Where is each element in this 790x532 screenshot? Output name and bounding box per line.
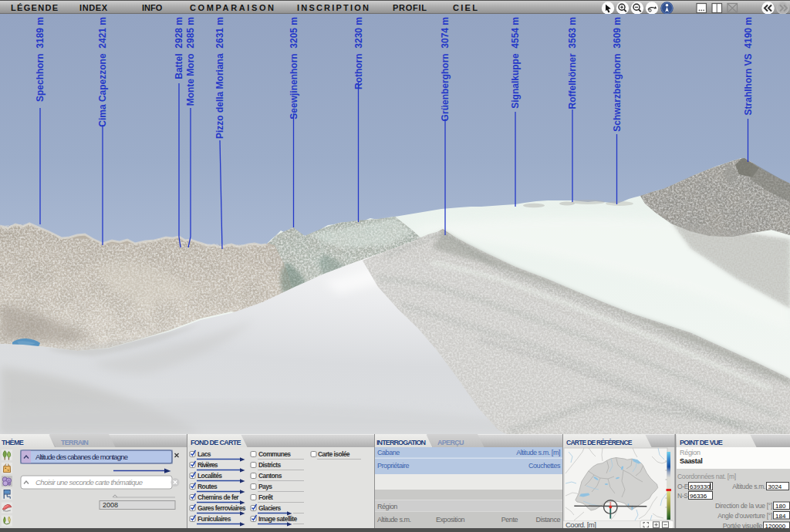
svg-text:Spechhorn 3189 m: Spechhorn 3189 m (35, 17, 46, 102)
svg-text:Image satellite: Image satellite (258, 515, 297, 523)
svg-text:INFO: INFO (142, 3, 163, 12)
svg-text:Direction de la vue [°]: Direction de la vue [°] (715, 502, 772, 510)
svg-text:Pizzo della Moriana 2631 m: Pizzo della Moriana 2631 m (214, 17, 225, 139)
svg-text:THÈME: THÈME (2, 439, 24, 446)
svg-text:Altitude s.m.: Altitude s.m. (732, 483, 765, 490)
svg-text:Gares ferroviaires: Gares ferroviaires (198, 504, 246, 512)
svg-text:POINT DE VUE: POINT DE VUE (680, 439, 723, 446)
svg-text:Coord. [m]: Coord. [m] (565, 520, 596, 529)
svg-text:180: 180 (775, 503, 786, 510)
svg-text:FOND DE CARTE: FOND DE CARTE (191, 439, 241, 446)
svg-text:Région: Région (680, 449, 701, 456)
svg-text:Funiculaires: Funiculaires (198, 515, 231, 523)
svg-text:Districts: Districts (258, 461, 281, 469)
svg-text:Cima Capezzone 2421 m: Cima Capezzone 2421 m (97, 17, 108, 127)
svg-text:Propriétaire: Propriétaire (377, 462, 410, 470)
svg-text:2008: 2008 (103, 501, 118, 509)
svg-text:Routes: Routes (198, 483, 218, 490)
svg-text:Seewjinenhorn 3205 m: Seewjinenhorn 3205 m (289, 17, 299, 120)
svg-text:Roffelhörner 3563 m: Roffelhörner 3563 m (567, 17, 578, 109)
svg-text:Lacs: Lacs (198, 450, 211, 458)
svg-text:184: 184 (775, 513, 786, 520)
svg-text:639330: 639330 (690, 483, 711, 490)
svg-text:O-E: O-E (677, 483, 689, 490)
svg-text:Strahlhorn VS 4190 m: Strahlhorn VS 4190 m (743, 17, 754, 115)
svg-text:TERRAIN: TERRAIN (61, 439, 88, 446)
svg-text:Choisir une seconde carte thém: Choisir une seconde carte thématique (35, 478, 143, 487)
svg-text:Chemins de fer: Chemins de fer (198, 493, 239, 501)
svg-text:Rothorn 3230 m: Rothorn 3230 m (353, 17, 364, 89)
svg-text:96336: 96336 (690, 493, 707, 500)
svg-text:Schwarzberghorn 3609 m: Schwarzberghorn 3609 m (612, 17, 623, 132)
svg-text:Pente: Pente (501, 516, 518, 524)
svg-text:INTERROGATION: INTERROGATION (376, 439, 426, 446)
svg-text:CARTE DE RÉFÉRENCE: CARTE DE RÉFÉRENCE (566, 439, 633, 446)
svg-text:Altitude s.m. [m]: Altitude s.m. [m] (516, 449, 560, 456)
svg-text:PROFIL: PROFIL (393, 3, 427, 12)
svg-text:Distance: Distance (536, 516, 561, 524)
svg-text:INDEX: INDEX (79, 3, 108, 12)
svg-text:Altitude s.m.: Altitude s.m. (377, 516, 411, 524)
svg-text:Couchettes: Couchettes (528, 462, 561, 470)
svg-text:INSCRIPTION: INSCRIPTION (297, 3, 369, 12)
svg-text:Angle d’ouverture [°]: Angle d’ouverture [°] (717, 512, 772, 520)
svg-text:Cabane: Cabane (377, 449, 400, 456)
svg-text:Rivières: Rivières (198, 461, 218, 469)
svg-text:Altitude des cabanes de montag: Altitude des cabanes de montagne (35, 453, 128, 461)
svg-text:3024: 3024 (768, 483, 782, 490)
svg-text:Monte Moro 2985 m: Monte Moro 2985 m (185, 17, 196, 106)
svg-text:Région: Région (377, 503, 397, 510)
svg-text:Glaciers: Glaciers (258, 504, 282, 512)
svg-text:Pays: Pays (258, 483, 272, 490)
svg-text:Cantons: Cantons (258, 472, 282, 480)
svg-text:COMPARAISON: COMPARAISON (190, 3, 274, 12)
svg-text:APERÇU: APERÇU (437, 439, 464, 446)
svg-text:LÉGENDE: LÉGENDE (11, 3, 58, 12)
svg-text:Exposition: Exposition (436, 516, 464, 524)
svg-text:Localités: Localités (198, 472, 222, 480)
svg-text:Coordonnées nat. [m]: Coordonnées nat. [m] (677, 473, 736, 480)
svg-text:Carte isolée: Carte isolée (318, 450, 350, 458)
svg-text:Signalkuppe 4554 m: Signalkuppe 4554 m (510, 17, 521, 109)
svg-text:Forêt: Forêt (258, 493, 273, 501)
svg-text:Communes: Communes (258, 450, 291, 458)
svg-text:CIEL: CIEL (453, 3, 478, 12)
svg-text:Grüenberghorn 3074 m: Grüenberghorn 3074 m (440, 17, 451, 121)
svg-text:N-S: N-S (677, 492, 688, 500)
svg-text:Battel 2928 m: Battel 2928 m (174, 17, 184, 79)
svg-text:Saastal: Saastal (680, 457, 702, 465)
